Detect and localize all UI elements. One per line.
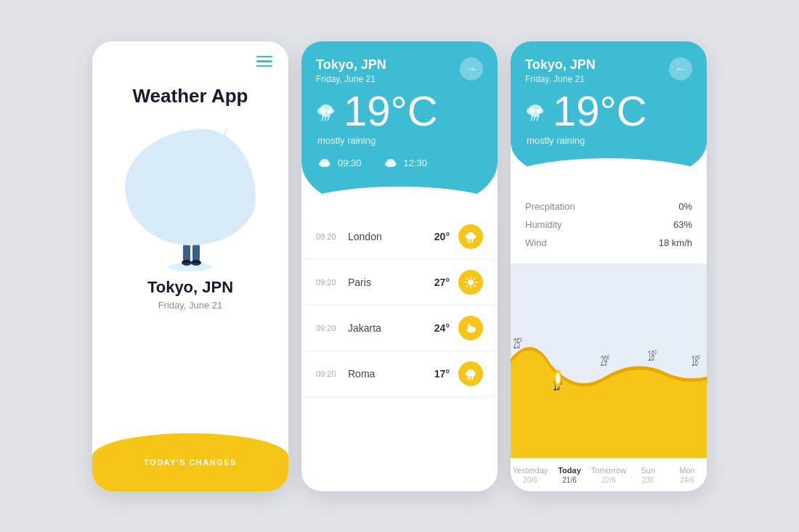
day-name-mon: Mon xyxy=(679,466,694,475)
nav-back-button[interactable]: ← xyxy=(669,57,692,81)
day-name-yesterday: Yesterday xyxy=(513,466,548,475)
detail-row-humidity: Humidity 63% xyxy=(525,216,692,234)
svg-rect-34 xyxy=(387,165,394,167)
svg-line-67 xyxy=(531,117,532,120)
svg-line-41 xyxy=(472,240,473,242)
city-name: London xyxy=(342,231,434,242)
time-item-2: 12:30 xyxy=(384,156,428,171)
cloud-icon-1 xyxy=(317,156,332,171)
rain-cloud-icon xyxy=(316,101,336,121)
city-time: 09:20 xyxy=(316,278,342,287)
temp-row-3: 19°C xyxy=(525,90,692,132)
detail-label-precip: Precpitation xyxy=(525,201,575,212)
partly-cloudy-icon xyxy=(464,322,477,335)
svg-line-26 xyxy=(328,117,329,120)
header-location-info: Tokyo, JPN Friday, June 21 xyxy=(316,57,386,84)
detail-row-wind: Wind 18 km/h xyxy=(525,234,692,252)
header-temperature: 19°C xyxy=(344,90,438,132)
header-top: Tokyo, JPN Friday, June 21 → xyxy=(316,57,483,84)
header-location-info-3: Tokyo, JPN Friday, June 21 xyxy=(525,57,596,84)
svg-text:25°: 25° xyxy=(514,335,522,351)
header-city-3: Tokyo, JPN xyxy=(525,57,596,73)
screen2-header: Tokyo, JPN Friday, June 21 → 19°C mostly… xyxy=(301,41,498,214)
svg-line-49 xyxy=(474,278,476,279)
svg-point-42 xyxy=(468,279,474,285)
city-row-london[interactable]: 09:20 London 20° xyxy=(301,214,498,260)
screen-city-list: Tokyo, JPN Friday, June 21 → 19°C mostly… xyxy=(301,41,498,491)
city-temp: 20° xyxy=(434,231,450,242)
header-temperature-3: 19°C xyxy=(553,90,647,132)
svg-rect-38 xyxy=(467,237,474,240)
city-weather-icon xyxy=(458,224,483,249)
svg-line-24 xyxy=(322,117,323,120)
city-temp: 17° xyxy=(434,368,450,380)
svg-line-25 xyxy=(325,117,326,120)
rain-icon-2 xyxy=(464,367,477,380)
date-label: Friday, June 21 xyxy=(158,300,223,311)
menu-button[interactable] xyxy=(256,56,272,67)
today-changes-area[interactable]: TODAY'S CHANGES xyxy=(92,433,288,491)
svg-line-48 xyxy=(474,285,476,287)
svg-line-50 xyxy=(466,285,468,287)
day-date-today: 21/6 xyxy=(562,476,576,484)
city-time: 09:20 xyxy=(316,232,342,241)
screens-container: Weather App xyxy=(92,41,707,491)
day-date-mon: 24/6 xyxy=(680,476,694,484)
city-weather-icon xyxy=(458,270,483,295)
location-label: Tokyo, JPN xyxy=(147,278,233,297)
day-name-tomorrow: Tomorrow xyxy=(591,466,626,475)
day-date-sun: 236 xyxy=(642,476,654,484)
chart-svg: 25° 19° 29° 18° 18° xyxy=(511,263,707,458)
city-row-jakarta[interactable]: 09:20 Jakarta 24° xyxy=(301,306,498,351)
header-condition-3: mostly raining xyxy=(525,135,692,146)
city-time: 09:20 xyxy=(316,324,342,332)
day-date-yesterday: 20/6 xyxy=(523,476,537,484)
time-1: 09:30 xyxy=(338,157,362,168)
svg-point-19 xyxy=(169,263,212,271)
city-weather-icon xyxy=(458,316,483,340)
svg-rect-30 xyxy=(321,165,328,167)
city-name: Paris xyxy=(342,277,434,288)
header-times: 09:30 12:30 xyxy=(316,156,483,171)
time-item-1: 09:30 xyxy=(317,156,362,171)
city-row-paris[interactable]: 09:20 Paris 27° xyxy=(301,260,498,306)
day-date-tomorrow: 22/6 xyxy=(601,476,615,484)
svg-point-21 xyxy=(317,107,326,115)
city-row-roma[interactable]: 09:20 Roma 17° xyxy=(301,351,498,397)
days-navigation: Yesterday 20/6 Today 21/6 Tomorrow 22/6 … xyxy=(511,458,707,491)
detail-label-wind: Wind xyxy=(525,237,547,248)
day-sun[interactable]: Sun 236 xyxy=(628,459,668,491)
screen-detail: Tokyo, JPN Friday, June 21 ← 19°C mostly… xyxy=(511,41,707,491)
detail-value-precip: 0% xyxy=(678,201,692,212)
svg-rect-55 xyxy=(468,330,474,332)
day-mon[interactable]: Mon 24/6 xyxy=(668,459,707,491)
day-name-sun: Sun xyxy=(641,466,655,475)
screen3-header: Tokyo, JPN Friday, June 21 ← 19°C mostly… xyxy=(511,41,707,186)
svg-rect-59 xyxy=(467,375,474,377)
temperature-chart: 25° 19° 29° 18° 18° xyxy=(511,263,707,458)
day-today[interactable]: Today 21/6 xyxy=(550,459,589,491)
svg-rect-14 xyxy=(183,244,190,262)
rain-icon xyxy=(464,230,477,243)
svg-line-62 xyxy=(472,377,473,380)
day-tomorrow[interactable]: Tomorrow 22/6 xyxy=(589,459,628,491)
header-condition: mostly raining xyxy=(316,135,483,146)
svg-rect-15 xyxy=(192,244,200,262)
header-date-3: Friday, June 21 xyxy=(525,74,596,84)
today-changes-button[interactable]: TODAY'S CHANGES xyxy=(144,458,237,467)
header-wave xyxy=(301,187,498,216)
header-date: Friday, June 21 xyxy=(316,74,386,84)
svg-line-39 xyxy=(468,240,469,242)
detail-value-wind: 18 km/h xyxy=(659,237,692,248)
svg-line-47 xyxy=(466,278,468,279)
day-yesterday[interactable]: Yesterday 20/6 xyxy=(511,459,550,491)
city-temp: 27° xyxy=(434,277,450,288)
details-section: Precpitation 0% Humidity 63% Wind 18 km/… xyxy=(511,186,707,263)
nav-next-button[interactable]: → xyxy=(460,57,483,81)
header-city: Tokyo, JPN xyxy=(316,57,386,73)
svg-line-60 xyxy=(468,377,469,380)
menu-line-1 xyxy=(256,56,272,58)
weather-illustration xyxy=(110,115,270,274)
svg-line-68 xyxy=(534,117,535,120)
city-time: 09:20 xyxy=(316,369,342,378)
